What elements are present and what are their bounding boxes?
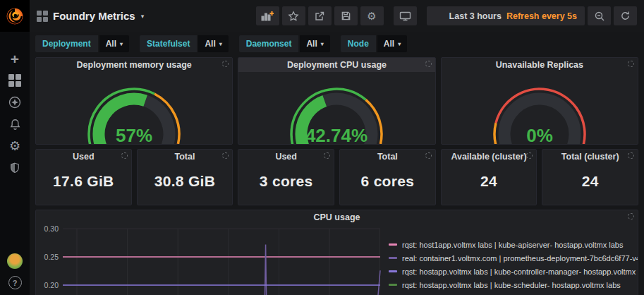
panel-cpu-used[interactable]: Used 3 cores <box>238 149 334 205</box>
panel-title[interactable]: Deployment CPU usage <box>238 58 435 72</box>
filter-value-dropdown[interactable]: All▾ <box>198 35 228 52</box>
refresh-button[interactable] <box>614 6 637 25</box>
cpu-usage-chart[interactable]: 0.300.250.20 <box>36 224 389 295</box>
series-name[interactable]: real: container1.voltmx.com | prometheus… <box>402 254 638 263</box>
grafana-flame-icon <box>5 6 25 26</box>
chevron-down-icon: ▾ <box>219 41 222 47</box>
series-name[interactable]: rqst: hostapp.voltmx labs | kube-schedul… <box>402 281 638 289</box>
panel-deployment-memory-usage[interactable]: Deployment memory usage 57% <box>35 57 233 145</box>
panel-title[interactable]: Total (cluster) <box>542 150 638 164</box>
stat-value: 24 <box>442 173 537 190</box>
panel-title[interactable]: Total <box>138 150 233 164</box>
panel-deployment-cpu-usage[interactable]: Deployment CPU usage 42.74% <box>238 57 435 145</box>
panel-cpu-total[interactable]: Total 6 cores <box>339 149 436 205</box>
series-name[interactable]: rqst: host1app.voltmx labs | kube-apiser… <box>402 241 638 249</box>
user-avatar[interactable] <box>7 253 23 269</box>
explore-icon[interactable] <box>8 95 22 109</box>
series-color-swatch[interactable] <box>389 270 397 272</box>
share-icon <box>314 11 325 22</box>
series-color-swatch[interactable] <box>389 284 397 286</box>
svg-text:0.20: 0.20 <box>44 281 59 289</box>
stat-panels-row: Used 17.6 GiB Total 30.8 GiB Used 3 core… <box>35 149 638 205</box>
svg-text:0%: 0% <box>526 125 553 144</box>
panel-title[interactable]: Unavailable Replicas <box>442 58 638 72</box>
panel-memory-used[interactable]: Used 17.6 GiB <box>35 149 132 205</box>
legend-row[interactable]: real: container1.voltmx.com | prometheus… <box>389 251 638 265</box>
stat-value: 3 cores <box>238 173 334 190</box>
dashboard-title[interactable]: Foundry Metrics ▾ <box>37 10 144 22</box>
svg-text:57%: 57% <box>116 125 152 144</box>
loading-spinner-icon <box>628 213 634 219</box>
filter-node[interactable]: Node All▾ <box>341 35 407 52</box>
legend-row[interactable]: rqst: hostapp.voltmx labs | fluentd-r62h… <box>389 291 638 295</box>
filter-label: Statefulset <box>140 35 197 52</box>
grafana-logo[interactable] <box>0 0 30 32</box>
clock-icon <box>435 11 444 21</box>
cpu-gauge: 42.74% <box>262 72 411 144</box>
zoom-out-button[interactable] <box>588 6 611 25</box>
filter-label: Node <box>341 35 376 52</box>
time-range-label: Last 3 hours <box>449 11 502 21</box>
panel-cpu-usage-graph[interactable]: CPU usage 0.300.250.20 max current▾ rqst… <box>35 210 638 295</box>
configuration-icon[interactable]: ⚙ <box>8 139 22 153</box>
svg-text:0.30: 0.30 <box>44 224 59 233</box>
legend-row[interactable]: rqst: hostapp.voltmx labs | kube-control… <box>389 265 638 278</box>
series-name[interactable]: rqst: hostapp.voltmx labs | kube-control… <box>402 267 638 276</box>
left-sidebar: + ⚙ ? <box>0 0 30 295</box>
loading-spinner-icon <box>324 152 330 159</box>
loading-spinner-icon <box>425 152 432 159</box>
panel-title[interactable]: Available (cluster) <box>442 150 537 164</box>
svg-text:42.74%: 42.74% <box>305 125 367 144</box>
stat-value: 30.8 GiB <box>138 173 233 190</box>
filter-label: Daemonset <box>239 35 299 52</box>
panel-title[interactable]: CPU usage <box>36 210 638 224</box>
svg-text:0.25: 0.25 <box>44 253 59 261</box>
server-admin-icon[interactable] <box>8 161 22 175</box>
series-color-swatch[interactable] <box>389 243 397 246</box>
loading-spinner-icon <box>628 152 634 159</box>
panel-available-cluster[interactable]: Available (cluster) 24 <box>441 149 537 205</box>
star-button[interactable] <box>282 6 305 25</box>
panel-title[interactable]: Deployment memory usage <box>36 58 232 72</box>
share-button[interactable] <box>308 6 332 25</box>
panel-memory-total[interactable]: Total 30.8 GiB <box>137 149 233 205</box>
save-button[interactable] <box>334 6 358 25</box>
filter-value-dropdown[interactable]: All▾ <box>300 35 329 52</box>
legend-row[interactable]: rqst: host1app.voltmx labs | kube-apiser… <box>389 238 638 251</box>
filter-statefulset[interactable]: Statefulset All▾ <box>140 35 229 52</box>
filter-deployment[interactable]: Deployment All▾ <box>35 35 129 52</box>
series-color-swatch[interactable] <box>389 257 397 259</box>
chevron-down-icon: ▾ <box>321 41 324 47</box>
dashboard-content: Deployment All▾ Statefulset All▾ Daemons… <box>30 32 644 295</box>
panel-title[interactable]: Used <box>238 150 334 164</box>
cycle-view-button[interactable] <box>394 6 417 25</box>
stat-value: 6 cores <box>340 173 435 190</box>
time-range-picker[interactable]: Last 3 hours Refresh every 5s <box>427 6 585 25</box>
save-icon <box>341 11 351 21</box>
dashboards-icon[interactable] <box>8 73 22 88</box>
filter-value-dropdown[interactable]: All▾ <box>99 35 129 52</box>
star-icon <box>288 11 299 22</box>
alerting-icon[interactable] <box>8 117 22 131</box>
refresh-icon <box>620 11 631 21</box>
template-variables-row: Deployment All▾ Statefulset All▾ Daemons… <box>35 35 638 52</box>
filter-value-dropdown[interactable]: All▾ <box>377 35 407 52</box>
panel-title[interactable]: Total <box>340 150 435 164</box>
legend-header: max current▾ <box>389 226 638 238</box>
filter-daemonset[interactable]: Daemonset All▾ <box>239 35 330 52</box>
chevron-down-icon: ▾ <box>120 41 123 47</box>
stat-value: 17.6 GiB <box>36 173 131 190</box>
gauge-panels-row: Deployment memory usage 57% Deployment C… <box>35 57 638 145</box>
create-icon[interactable]: + <box>8 52 22 66</box>
replicas-gauge: 0% <box>466 72 614 144</box>
filter-label: Deployment <box>35 35 98 52</box>
settings-button[interactable]: ⚙ <box>360 6 384 25</box>
help-icon[interactable]: ? <box>8 276 22 289</box>
panel-unavailable-replicas[interactable]: Unavailable Replicas 0% <box>441 57 638 145</box>
panel-title[interactable]: Used <box>36 150 131 164</box>
legend-row[interactable]: rqst: hostapp.voltmx labs | kube-schedul… <box>389 278 638 291</box>
chart-legend: max current▾ rqst: host1app.voltmx labs … <box>389 224 638 295</box>
loading-spinner-icon <box>425 61 432 67</box>
panel-total-cluster[interactable]: Total (cluster) 24 <box>542 149 638 205</box>
add-panel-button[interactable] <box>256 6 279 25</box>
